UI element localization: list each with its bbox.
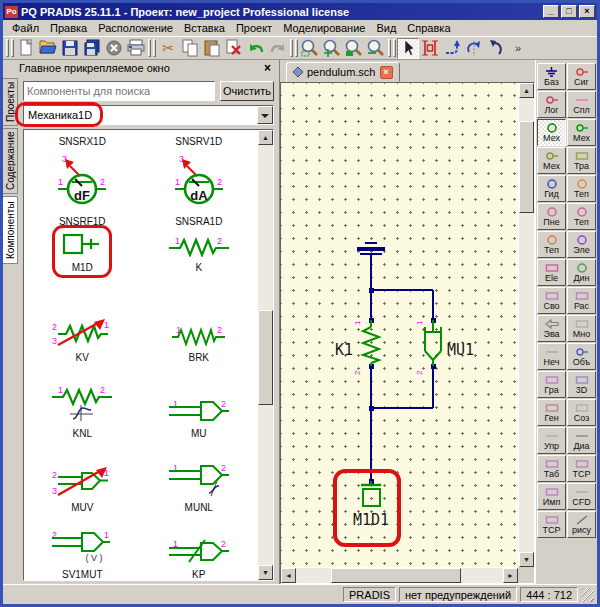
category-button-Гра-22[interactable]: Гра — [537, 371, 566, 398]
component-item-MU[interactable]: 12MU — [141, 366, 258, 442]
scroll-up-icon[interactable]: ▲ — [258, 130, 273, 145]
undo-button[interactable] — [245, 38, 267, 59]
copy-button[interactable] — [179, 38, 201, 59]
category-button-Гид-8[interactable]: Гид — [537, 175, 566, 202]
rotate-back-button[interactable] — [485, 38, 507, 59]
component-item-KNL[interactable]: 12KNL — [24, 366, 141, 442]
component-item-KP[interactable]: 12KP — [141, 516, 258, 580]
category-button-Лог-2[interactable]: Лог — [537, 91, 566, 118]
category-button-Ген-24[interactable]: Ген — [537, 399, 566, 426]
category-button-Диа-27[interactable]: Диа — [567, 427, 596, 454]
scrollbar-thumb[interactable] — [331, 568, 461, 583]
category-button-3D-23[interactable]: 3D — [567, 371, 596, 398]
category-button-Тра-7[interactable]: Тра — [567, 147, 596, 174]
category-button-Мно-19[interactable]: Мно — [567, 315, 596, 342]
component-item-SNSRF1D[interactable]: 312dFSNSRF1D — [24, 150, 141, 230]
new-button[interactable] — [15, 38, 37, 59]
component-item-KV[interactable]: 213KV — [24, 276, 141, 366]
category-button-Эле-13[interactable]: Эле — [567, 231, 596, 258]
canvas-hscrollbar[interactable]: ◄ ► — [281, 567, 518, 583]
category-button-Мех-4[interactable]: Мех — [537, 119, 566, 146]
rotate-90-button[interactable] — [441, 38, 463, 59]
menu-modeling[interactable]: Моделирование — [278, 22, 370, 34]
scroll-left-icon[interactable]: ◄ — [281, 568, 296, 583]
scroll-down-icon[interactable]: ▼ — [519, 552, 534, 567]
category-button-Таб-28[interactable]: Таб — [537, 455, 566, 482]
component-item-SV1MUT[interactable]: 21( V )SV1MUT — [24, 516, 141, 580]
category-button-Ele-14[interactable]: Ele — [537, 259, 566, 286]
canvas-vscrollbar[interactable]: ▲ ▼ — [518, 83, 534, 567]
minimize-button[interactable]: _ — [543, 5, 559, 18]
category-button-Эва-18[interactable]: Эва — [537, 315, 566, 342]
category-button-рису-33[interactable]: рису — [567, 511, 596, 538]
component-item-MUNL[interactable]: 12MUNL — [141, 442, 258, 516]
panel-close-icon[interactable]: × — [262, 61, 273, 75]
menu-file[interactable]: Файл — [7, 22, 44, 34]
tab-pendulum-sch[interactable]: pendulum.sch × — [286, 62, 400, 82]
open-button[interactable] — [37, 38, 59, 59]
redo-button[interactable] — [267, 38, 289, 59]
category-button-Теп-9[interactable]: Теп — [567, 175, 596, 202]
component-search-input[interactable] — [23, 81, 215, 101]
component-item-M1D[interactable]: M1D — [24, 230, 141, 276]
category-button-Теп-11[interactable]: Теп — [567, 203, 596, 230]
resize-grip[interactable] — [581, 588, 594, 602]
menu-arrange[interactable]: Расположение — [93, 22, 178, 34]
rotate-180-button[interactable] — [463, 38, 485, 59]
category-button-Объ-21[interactable]: Объ — [567, 343, 596, 370]
zoom-out-button[interactable] — [365, 38, 387, 59]
category-button-Неч-20[interactable]: Неч — [537, 343, 566, 370]
scroll-down-icon[interactable]: ▼ — [258, 565, 273, 580]
close-doc-button[interactable] — [103, 38, 125, 59]
category-button-TCP-29[interactable]: TCP — [567, 455, 596, 482]
category-button-Мех-5[interactable]: Мех — [567, 119, 596, 146]
side-tab-projects[interactable]: Проекты — [3, 78, 18, 126]
paste-button[interactable] — [201, 38, 223, 59]
category-button-Пне-10[interactable]: Пне — [537, 203, 566, 230]
dropdown-arrow-icon[interactable] — [257, 106, 273, 124]
component-item-SNSRA1D[interactable]: 312dASNSRA1D — [141, 150, 258, 230]
component-item-BRK[interactable]: 12BRK — [141, 276, 258, 366]
more-buttons-button[interactable]: » — [507, 38, 529, 59]
category-button-Дин-15[interactable]: Дин — [567, 259, 596, 286]
category-button-Мех-6[interactable]: Мех — [537, 147, 566, 174]
side-tab-contents[interactable]: Содержание — [3, 128, 18, 194]
maximize-button[interactable]: □ — [561, 5, 577, 18]
category-button-Имп-30[interactable]: Имп — [537, 483, 566, 510]
menu-help[interactable]: Справка — [402, 22, 455, 34]
zoom-page-button[interactable] — [343, 38, 365, 59]
clear-search-button[interactable]: Очистить — [220, 81, 274, 101]
scroll-right-icon[interactable]: ► — [503, 568, 518, 583]
ground-symbol[interactable] — [357, 243, 385, 290]
component-item-MUV[interactable]: 213MUV — [24, 442, 141, 516]
zoom-window-button[interactable] — [299, 38, 321, 59]
frame-tool-button[interactable] — [419, 38, 441, 59]
menu-project[interactable]: Проект — [231, 22, 277, 34]
menu-view[interactable]: Вид — [371, 22, 401, 34]
category-button-Сво-16[interactable]: Сво — [537, 287, 566, 314]
part-M1D1[interactable]: M1D1 — [353, 481, 389, 529]
schematic-canvas[interactable]: 1 2 K1 1 2 MU1 M1D1 — [281, 83, 518, 567]
category-button-Баз-0[interactable]: Баз — [537, 63, 566, 90]
tab-close-icon[interactable]: × — [380, 66, 393, 79]
category-button-Соз-25[interactable]: Соз — [567, 399, 596, 426]
delete-button[interactable] — [223, 38, 245, 59]
scrollbar-thumb[interactable] — [258, 310, 273, 405]
category-button-Рас-17[interactable]: Рас — [567, 287, 596, 314]
scroll-up-icon[interactable]: ▲ — [519, 83, 534, 98]
select-tool-button[interactable] — [397, 38, 419, 59]
scrollbar-thumb[interactable] — [519, 121, 534, 213]
category-button-Сиг-1[interactable]: Сиг — [567, 63, 596, 90]
category-dropdown[interactable]: Механика1D — [23, 105, 274, 125]
category-button-CFD-31[interactable]: CFD — [567, 483, 596, 510]
cut-button[interactable]: ✂ — [157, 38, 179, 59]
menu-edit[interactable]: Правка — [45, 22, 92, 34]
part-MU1[interactable]: 1 2 MU1 — [415, 320, 474, 375]
category-button-Упр-26[interactable]: Упр — [537, 427, 566, 454]
save-button[interactable] — [59, 38, 81, 59]
zoom-in-button[interactable] — [321, 38, 343, 59]
category-button-TCP-32[interactable]: TCP — [537, 511, 566, 538]
component-list-scrollbar[interactable]: ▲ ▼ — [257, 130, 273, 580]
category-button-Спл-3[interactable]: Спл — [567, 91, 596, 118]
side-tab-components[interactable]: Компоненты — [3, 196, 18, 264]
